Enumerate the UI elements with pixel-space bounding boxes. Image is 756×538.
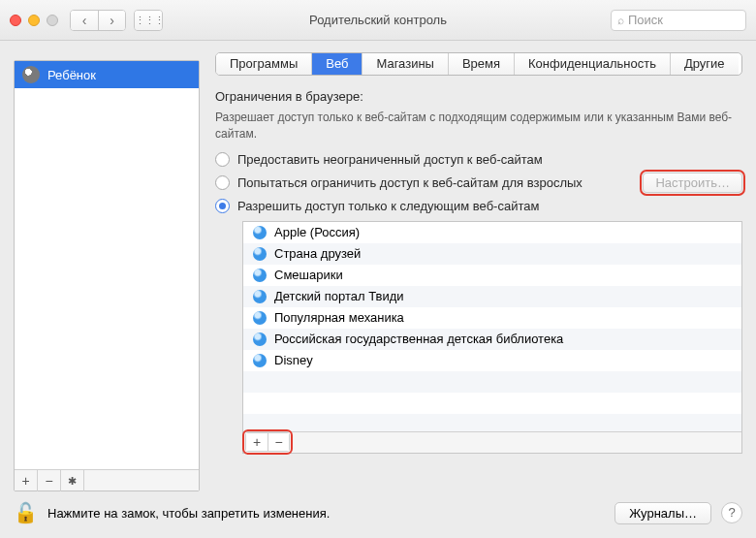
site-label: Apple (Россия): [274, 225, 360, 239]
lock-icon[interactable]: 🔓: [14, 501, 38, 524]
radio-label: Предоставить неограниченный доступ к веб…: [237, 152, 543, 167]
lock-hint-text: Нажмите на замок, чтобы запретить измене…: [47, 506, 330, 521]
back-button[interactable]: ‹: [71, 11, 98, 30]
globe-icon: [253, 311, 267, 325]
settings-gear-button[interactable]: ✱: [61, 470, 84, 491]
globe-icon: [253, 290, 267, 303]
remove-site-button[interactable]: −: [268, 433, 289, 451]
titlebar: ‹ › ⋮⋮⋮ Родительский контроль ⌕ Поиск: [0, 0, 756, 41]
list-item[interactable]: Детский портал Твиди: [243, 286, 741, 307]
add-site-button[interactable]: +: [246, 433, 268, 451]
add-user-button[interactable]: +: [15, 470, 38, 491]
search-placeholder: Поиск: [628, 13, 663, 27]
grid-icon: ⋮⋮⋮: [135, 11, 162, 30]
sidebar-footer: + − ✱: [15, 469, 199, 491]
close-icon[interactable]: [10, 15, 21, 26]
customize-button[interactable]: Настроить…: [643, 173, 742, 193]
help-button[interactable]: ?: [721, 502, 742, 523]
maximize-icon: [47, 15, 58, 26]
globe-icon: [253, 226, 267, 239]
window-controls: [10, 15, 58, 26]
radio-allowlist[interactable]: Разрешить доступ только к следующим веб-…: [215, 199, 742, 213]
search-icon: ⌕: [617, 14, 624, 27]
globe-icon: [253, 269, 267, 282]
site-label: Смешарики: [274, 268, 343, 282]
list-item[interactable]: Apple (Россия): [243, 222, 741, 243]
section-description: Разрешает доступ только к веб-сайтам с п…: [215, 110, 742, 142]
forward-button[interactable]: ›: [98, 11, 125, 30]
site-label: Disney: [274, 353, 313, 367]
radio-label: Попытаться ограничить доступ к веб-сайта…: [237, 175, 583, 190]
show-all-button[interactable]: ⋮⋮⋮: [134, 10, 163, 31]
list-item: [243, 371, 741, 393]
window-footer: 🔓 Нажмите на замок, чтобы запретить изме…: [14, 495, 742, 530]
search-input[interactable]: ⌕ Поиск: [611, 10, 746, 31]
list-item: [243, 414, 741, 431]
radio-label: Разрешить доступ только к следующим веб-…: [237, 199, 539, 213]
radio-limit-adult[interactable]: Попытаться ограничить доступ к веб-сайта…: [215, 173, 742, 193]
minimize-icon[interactable]: [28, 15, 40, 26]
nav-back-forward: ‹ ›: [70, 10, 126, 31]
radio-icon: [215, 199, 230, 213]
globe-icon: [253, 247, 267, 261]
user-sidebar: Ребёнок + − ✱: [14, 60, 200, 491]
list-item[interactable]: Российская государственная детская библи…: [243, 329, 741, 350]
sidebar-user-label: Ребёнок: [47, 68, 96, 82]
list-item[interactable]: Смешарики: [243, 265, 741, 286]
main-panel: Ограничения в браузере: Разрешает доступ…: [215, 89, 742, 491]
journals-button[interactable]: Журналы…: [614, 502, 711, 524]
radio-icon: [215, 175, 230, 190]
radio-icon: [215, 152, 230, 167]
site-label: Популярная механика: [274, 310, 404, 325]
remove-user-button[interactable]: −: [38, 470, 61, 491]
list-item[interactable]: Disney: [243, 350, 741, 371]
section-title: Ограничения в браузере:: [215, 89, 742, 104]
allowed-sites-list: Apple (Россия)Страна друзейСмешарикиДетс…: [242, 221, 742, 454]
site-label: Страна друзей: [274, 246, 361, 261]
list-item: [243, 393, 741, 414]
list-item[interactable]: Страна друзей: [243, 243, 741, 265]
site-label: Детский портал Твиди: [274, 289, 404, 303]
list-item[interactable]: Популярная механика: [243, 307, 741, 329]
globe-icon: [253, 354, 267, 367]
window-title: Родительский контроль: [309, 13, 447, 27]
radio-unrestricted[interactable]: Предоставить неограниченный доступ к веб…: [215, 152, 742, 167]
globe-icon: [253, 332, 267, 346]
site-list-footer: + −: [243, 431, 741, 453]
sidebar-item-user[interactable]: Ребёнок: [15, 61, 199, 88]
avatar-icon: [22, 66, 40, 83]
add-remove-site-group: + −: [245, 432, 290, 452]
site-label: Российская государственная детская библи…: [274, 332, 563, 346]
